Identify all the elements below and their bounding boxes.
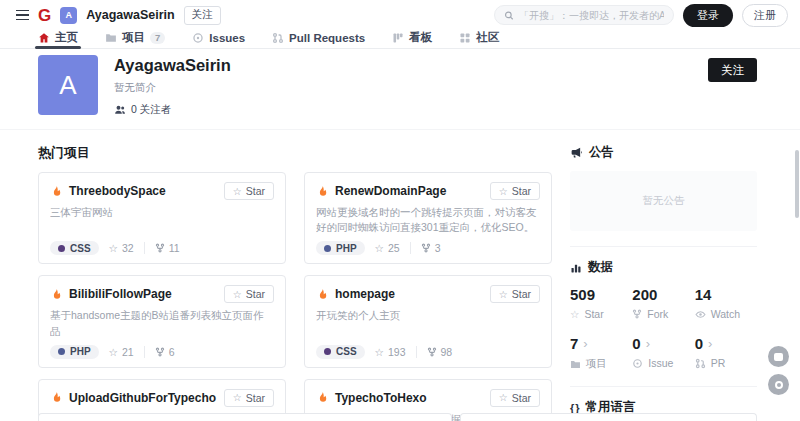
project-name[interactable]: UploadGithubForTypecho bbox=[69, 391, 216, 405]
search-input[interactable] bbox=[519, 10, 664, 21]
project-description: 网站更换域名时的一个跳转提示页面，对访客友好的同时蜘蛛访问直接301重定向，优化… bbox=[316, 205, 540, 235]
floating-feedback-button[interactable] bbox=[768, 374, 789, 395]
language-dot bbox=[324, 245, 331, 252]
flame-icon bbox=[316, 185, 329, 198]
star-count[interactable]: ☆193 bbox=[375, 346, 406, 358]
project-description: 开玩笑的个人主页 bbox=[316, 308, 540, 338]
star-count[interactable]: ☆21 bbox=[109, 346, 134, 358]
star-icon: ☆ bbox=[499, 186, 508, 197]
main-area: 热门项目 ThreebodySpace ☆Star 三体宇宙网站 CSS ☆32… bbox=[0, 130, 800, 421]
language-pill: PHP bbox=[50, 345, 99, 359]
topbar-username[interactable]: AyagawaSeirin bbox=[86, 8, 174, 22]
flame-icon bbox=[50, 391, 63, 404]
floating-service-button[interactable] bbox=[768, 346, 789, 367]
star-icon: ☆ bbox=[499, 289, 508, 300]
popular-projects-section: 热门项目 ThreebodySpace ☆Star 三体宇宙网站 CSS ☆32… bbox=[38, 132, 552, 421]
project-name[interactable]: BilibiliFollowPage bbox=[69, 287, 172, 301]
language-dot bbox=[58, 348, 65, 355]
tab-pull-requests[interactable]: Pull Requests bbox=[272, 32, 365, 48]
stats-header: 数据 bbox=[570, 259, 757, 276]
star-button[interactable]: ☆Star bbox=[490, 182, 540, 200]
followers-row[interactable]: 0 关注者 bbox=[114, 103, 231, 117]
folder-icon bbox=[105, 32, 117, 44]
profile-info: AyagawaSeirin 暂无简介 0 关注者 bbox=[114, 55, 231, 117]
fork-count[interactable]: 3 bbox=[410, 242, 441, 254]
showcase-card-preview[interactable] bbox=[460, 413, 757, 421]
popular-projects-grid: ThreebodySpace ☆Star 三体宇宙网站 CSS ☆32 11 R… bbox=[38, 172, 552, 421]
star-icon: ☆ bbox=[375, 346, 384, 358]
tab-community[interactable]: 社区 bbox=[459, 32, 499, 48]
project-name[interactable]: homepage bbox=[335, 287, 395, 301]
fork-count[interactable]: 98 bbox=[416, 346, 453, 358]
pull-request-icon bbox=[272, 32, 284, 44]
project-card[interactable]: BilibiliFollowPage ☆Star 基于handsome主题的B站… bbox=[38, 275, 286, 367]
star-button[interactable]: ☆Star bbox=[224, 182, 274, 200]
star-button[interactable]: ☆Star bbox=[490, 285, 540, 303]
search-box[interactable] bbox=[494, 5, 674, 25]
fork-icon bbox=[632, 309, 642, 319]
star-icon: ☆ bbox=[499, 392, 508, 403]
fork-icon bbox=[155, 347, 165, 357]
gitee-logo[interactable]: G bbox=[38, 7, 51, 24]
star-icon: ☆ bbox=[109, 242, 118, 254]
projects-count-badge: 7 bbox=[150, 32, 165, 44]
stat-projects[interactable]: 7› 项目 bbox=[570, 335, 632, 371]
stat-star: 509 ☆Star bbox=[570, 286, 632, 320]
project-name[interactable]: ThreebodySpace bbox=[69, 184, 166, 198]
register-button[interactable]: 注册 bbox=[742, 4, 788, 27]
project-card[interactable]: RenewDomainPage ☆Star 网站更换域名时的一个跳转提示页面，对… bbox=[304, 172, 552, 264]
star-button[interactable]: ☆Star bbox=[224, 389, 274, 407]
follow-chip-button[interactable]: 关注 bbox=[184, 6, 221, 25]
showcase-card-preview[interactable] bbox=[38, 413, 452, 421]
issue-icon bbox=[192, 32, 204, 44]
stats-grid: 509 ☆Star 200 Fork 14 Watch 7› 项目 0› I bbox=[570, 286, 757, 371]
tab-home[interactable]: 主页 bbox=[38, 32, 78, 48]
chevron-right-icon: › bbox=[708, 336, 712, 351]
project-card[interactable]: homepage ☆Star 开玩笑的个人主页 CSS ☆193 98 bbox=[304, 275, 552, 367]
sidebar-divider bbox=[570, 386, 757, 387]
followers-icon bbox=[114, 104, 126, 116]
fork-count[interactable]: 11 bbox=[144, 242, 180, 254]
tab-board[interactable]: 看板 bbox=[392, 32, 432, 48]
sidebar-divider bbox=[570, 246, 757, 247]
project-name[interactable]: TypechoToHexo bbox=[335, 391, 427, 405]
menu-icon[interactable] bbox=[16, 10, 29, 21]
eye-icon bbox=[695, 309, 706, 320]
follow-button[interactable]: 关注 bbox=[708, 58, 757, 82]
fork-count[interactable]: 6 bbox=[144, 346, 175, 358]
stat-issues[interactable]: 0› Issue bbox=[632, 335, 694, 371]
stat-prs[interactable]: 0› PR bbox=[695, 335, 757, 371]
star-icon: ☆ bbox=[233, 289, 242, 300]
scrollbar-thumb[interactable] bbox=[795, 150, 799, 218]
profile-tabs: 主页 项目 7 Issues Pull Requests 看板 社区 bbox=[0, 30, 800, 49]
tab-projects[interactable]: 项目 7 bbox=[105, 32, 165, 48]
project-description: 基于handsome主题的B站追番列表独立页面作品 bbox=[50, 308, 274, 338]
language-dot bbox=[58, 245, 65, 252]
folder-icon bbox=[570, 359, 581, 370]
dot-icon bbox=[775, 381, 783, 389]
star-icon: ☆ bbox=[109, 346, 118, 358]
popular-projects-title: 热门项目 bbox=[38, 144, 552, 162]
project-card[interactable]: ThreebodySpace ☆Star 三体宇宙网站 CSS ☆32 11 bbox=[38, 172, 286, 264]
star-count[interactable]: ☆25 bbox=[375, 242, 400, 254]
profile-avatar[interactable]: A bbox=[38, 55, 98, 115]
stat-fork: 200 Fork bbox=[632, 286, 694, 320]
project-name[interactable]: RenewDomainPage bbox=[335, 184, 446, 198]
issue-icon bbox=[632, 358, 643, 369]
grid-icon bbox=[459, 32, 471, 44]
login-button[interactable]: 登录 bbox=[683, 4, 733, 27]
star-count[interactable]: ☆32 bbox=[109, 242, 134, 254]
tab-issues[interactable]: Issues bbox=[192, 32, 245, 48]
fork-icon bbox=[427, 347, 437, 357]
user-avatar-small[interactable]: A bbox=[60, 7, 77, 24]
topbar: G A AyagawaSeirin 关注 登录 注册 bbox=[0, 0, 800, 30]
flame-icon bbox=[316, 288, 329, 301]
star-icon: ☆ bbox=[233, 186, 242, 197]
flame-icon bbox=[50, 288, 63, 301]
star-button[interactable]: ☆Star bbox=[490, 389, 540, 407]
star-icon: ☆ bbox=[570, 308, 579, 320]
star-button[interactable]: ☆Star bbox=[224, 285, 274, 303]
chart-icon bbox=[570, 262, 582, 274]
star-icon: ☆ bbox=[233, 392, 242, 403]
search-icon bbox=[504, 10, 514, 21]
